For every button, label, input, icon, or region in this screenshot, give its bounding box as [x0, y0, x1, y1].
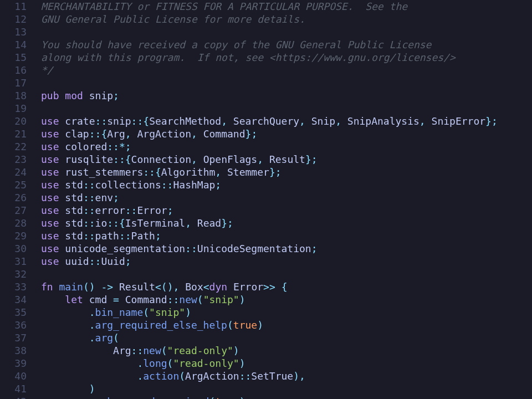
token-op: ( [209, 396, 215, 399]
token-op: * [119, 141, 125, 152]
token-ty: HashMap [173, 179, 215, 191]
code-line[interactable]: .bin_name("snip") [41, 306, 532, 319]
token-op: :: [107, 141, 119, 152]
code-line[interactable]: .long("read-only") [41, 357, 532, 370]
token-op: . [137, 370, 143, 382]
token-op: , [185, 217, 191, 229]
code-line[interactable]: use unicode_segmentation::UnicodeSegment… [41, 242, 532, 255]
code-line[interactable]: use rusqlite::{Connection, OpenFlags, Re… [41, 153, 532, 166]
token-id: path [95, 230, 119, 242]
token-id: env [95, 192, 114, 203]
token-op: :: [83, 217, 95, 229]
token-kw: dyn [209, 281, 228, 293]
token-op: ; [311, 154, 318, 165]
token-ty: OpenFlags [203, 154, 258, 165]
line-number: 18 [0, 89, 27, 102]
token-cm: You should have received a copy of the G… [41, 39, 431, 50]
code-line[interactable]: pub mod snip; [41, 89, 532, 102]
token-op: . [137, 357, 143, 369]
token-kw: use [41, 192, 59, 203]
code-line[interactable]: let cmd = Command::new("snip") [41, 293, 532, 306]
code-editor[interactable]: 1112131415161718192021222324252627282930… [0, 0, 532, 399]
token-op: :: [143, 166, 155, 178]
code-content[interactable]: MERCHANTABILITY or FITNESS FOR A PARTICU… [32, 0, 532, 399]
token-op: :: [119, 230, 131, 242]
token-kw: use [41, 115, 59, 127]
token-id: std [65, 204, 83, 216]
code-line[interactable]: use std::path::Path; [41, 229, 532, 242]
token-op: :: [167, 294, 180, 305]
token-op: ( [179, 370, 185, 382]
line-number: 41 [0, 382, 27, 395]
code-line[interactable]: .arg( [41, 331, 532, 344]
token-op: ) [239, 357, 245, 369]
code-line[interactable]: fn main() -> Result<(), Box<dyn Error>> … [41, 280, 532, 293]
code-line[interactable] [41, 102, 532, 115]
code-line[interactable]: You should have received a copy of the G… [41, 38, 532, 51]
token-op: } [305, 154, 311, 165]
code-line[interactable]: ) [41, 382, 532, 395]
token-op: ) [89, 383, 95, 395]
code-line[interactable]: use rust_stemmers::{Algorithm, Stemmer}; [41, 166, 532, 178]
token-op: } [485, 115, 492, 127]
token-op: ( [161, 281, 167, 293]
code-line[interactable]: */ [41, 64, 532, 76]
token-op: > [269, 281, 275, 293]
token-ty: Snip [311, 115, 335, 127]
code-line[interactable]: Arg::new("read-only") [41, 344, 532, 357]
token-st: "snip" [149, 306, 185, 318]
token-ty: Box [185, 281, 203, 293]
token-st: "read-only" [173, 357, 239, 369]
token-op: { [143, 115, 149, 127]
code-line[interactable]: use std::io::{IsTerminal, Read}; [41, 217, 532, 229]
token-op: . [89, 396, 95, 399]
token-op: , [191, 128, 197, 140]
token-kw: use [41, 166, 59, 178]
code-line[interactable]: use std::error::Error; [41, 204, 532, 217]
line-number: 30 [0, 242, 27, 255]
code-line[interactable]: .action(ArgAction::SetTrue), [41, 370, 532, 382]
code-line[interactable]: use std::env; [41, 191, 532, 204]
token-op: ) [257, 319, 263, 331]
code-line[interactable] [41, 268, 532, 280]
token-op: :: [95, 115, 108, 127]
token-ty: ArgAction [137, 128, 191, 140]
line-number: 13 [0, 25, 27, 38]
code-line[interactable] [41, 25, 532, 38]
token-fnname: long [143, 357, 167, 369]
token-op: , [221, 115, 227, 127]
code-line[interactable] [41, 76, 532, 89]
code-line[interactable]: MERCHANTABILITY or FITNESS FOR A PARTICU… [41, 0, 532, 13]
token-id: std [65, 192, 83, 203]
line-number: 35 [0, 306, 27, 319]
token-fnname: action [143, 370, 179, 382]
line-number: 24 [0, 166, 27, 178]
token-id: error [95, 204, 125, 216]
token-st: "read-only" [167, 345, 233, 356]
code-line[interactable]: along with this program. If not, see <ht… [41, 51, 532, 64]
code-line[interactable]: use colored::*; [41, 140, 532, 153]
token-op: ( [161, 345, 167, 356]
token-op: ; [311, 243, 318, 254]
token-op: = [113, 294, 119, 305]
code-line[interactable]: use uuid::Uuid; [41, 255, 532, 268]
token-ty: Path [131, 230, 155, 242]
token-op: :: [185, 243, 197, 254]
code-line[interactable]: use clap::{Arg, ArgAction, Command}; [41, 127, 532, 140]
token-kw: use [41, 204, 59, 216]
token-id: colored [65, 141, 107, 152]
token-st: "snip" [203, 294, 239, 305]
code-line[interactable]: .arg_required_else_help(true) [41, 319, 532, 331]
code-line[interactable]: use std::collections::HashMap; [41, 178, 532, 191]
token-id: std [65, 179, 83, 191]
code-line[interactable]: GNU General Public License for more deta… [41, 13, 532, 25]
token-id: snip [89, 90, 113, 101]
token-op: ; [215, 179, 221, 191]
code-line[interactable]: .subcommand_required(true) [41, 395, 532, 399]
code-line[interactable]: use crate::snip::{SearchMethod, SearchQu… [41, 115, 532, 127]
token-fnname: new [179, 294, 197, 305]
token-ty: Result [269, 154, 305, 165]
token-fnname: main [59, 281, 83, 293]
token-op: :: [161, 179, 173, 191]
token-op: :: [83, 230, 95, 242]
